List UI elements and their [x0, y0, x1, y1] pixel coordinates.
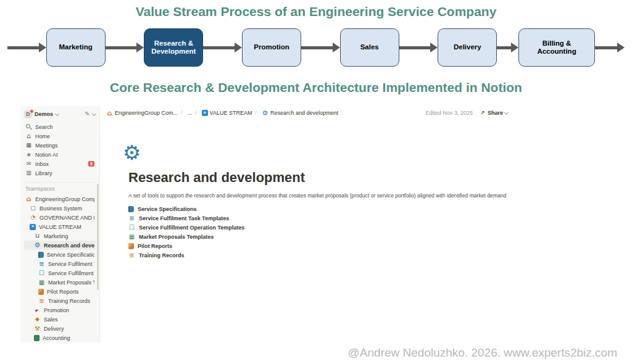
teamspace-item[interactable]: Training Records	[24, 296, 96, 305]
flow-arrow	[301, 46, 333, 49]
gear-icon	[262, 110, 268, 117]
teamspace-item[interactable]: Service Fulfilment Task Te...	[24, 259, 96, 268]
page-gear-icon[interactable]	[128, 149, 135, 156]
checkbox-icon	[128, 224, 135, 231]
sidebar-scrollbar[interactable]	[97, 184, 99, 290]
teamspace-tree: EngineeringGroup Company Business System…	[24, 194, 96, 342]
teamspace-item[interactable]: Business System	[24, 204, 96, 213]
flow-arrow	[7, 46, 39, 49]
flow-box: Promotion	[242, 28, 301, 67]
workspace-name: Demos	[35, 111, 53, 117]
meetings-icon	[25, 142, 32, 149]
flow-box: Marketing	[46, 28, 106, 67]
workspace-switcher[interactable]: D Demos	[24, 109, 96, 119]
teamspace-item[interactable]: Service Specifications	[24, 250, 96, 259]
workspace-avatar: D	[24, 110, 32, 118]
breadcrumb-item[interactable]: EngineeringGroup Com...	[106, 110, 178, 117]
page-links: Service Specifications Service Fulfilmen…	[128, 204, 536, 260]
breadcrumb-item[interactable]: ...	[178, 110, 192, 116]
sidebar-menu-item[interactable]: Meetings	[24, 141, 96, 150]
value-stream-flowchart: Marketing Research & Development Promoti…	[7, 27, 625, 68]
breadcrumb-item[interactable]: Research and development	[252, 110, 338, 117]
notion-main: EngineeringGroup Com... ... VALUE STREAM	[100, 106, 514, 342]
value-stream-icon	[30, 224, 36, 230]
page-icon	[30, 205, 36, 212]
teamspace-item[interactable]: Delivery	[24, 324, 96, 333]
teamspace-item[interactable]: GOVERNANCE AND MANA...	[24, 213, 96, 222]
flow-step: Promotion	[203, 28, 301, 67]
library-icon	[25, 170, 32, 176]
flow-steps: Marketing Research & Development Promoti…	[7, 28, 595, 67]
chevron-down-icon[interactable]	[92, 111, 96, 115]
flow-arrow	[595, 46, 617, 49]
cart-icon	[34, 233, 41, 239]
flow-box: Billing & Accounting	[518, 28, 595, 67]
teamspace-item[interactable]: Service Fulfillment Opera...	[24, 268, 96, 278]
page-link[interactable]: Training Records	[128, 250, 536, 260]
tag-icon	[34, 316, 41, 323]
lines-icon	[128, 252, 135, 259]
teamspaces-section: Teamspaces EngineeringGroup Company Busi…	[24, 182, 96, 342]
notion-topbar: EngineeringGroup Com... ... VALUE STREAM	[100, 106, 514, 120]
page-content: Research and development A set of tools …	[100, 120, 536, 260]
sidebar-menu-item[interactable]: Search	[24, 122, 96, 131]
page-title: Research and development	[128, 170, 536, 186]
page-link[interactable]: Pilot Reports	[128, 241, 536, 250]
edited-timestamp: Edited Nov 3, 2025	[425, 110, 473, 116]
grid-icon	[128, 233, 135, 240]
house-icon	[106, 110, 113, 117]
share-button[interactable]: Share	[479, 110, 508, 117]
search-icon	[25, 123, 32, 130]
page-link[interactable]: Market Proposals Templates	[128, 232, 536, 241]
teamspaces-label: Teamspaces	[25, 186, 94, 192]
sidebar-menu-item[interactable]: Notion AI	[24, 150, 96, 159]
sidebar-menu-item[interactable]: Inbox 9	[24, 159, 96, 168]
compose-icon[interactable]	[84, 111, 91, 118]
report-icon	[128, 243, 134, 249]
grid-icon	[38, 279, 45, 286]
flow-box: Sales	[340, 28, 399, 67]
flow-step: Delivery	[399, 28, 497, 67]
flow-arrow	[399, 46, 431, 49]
teamspace-item[interactable]: Promotion	[24, 305, 96, 315]
teamspace-item[interactable]: EngineeringGroup Company	[24, 194, 96, 204]
page-link[interactable]: Service Specifications	[128, 204, 536, 213]
gear-icon	[34, 242, 41, 249]
house-icon	[25, 196, 32, 202]
sidebar-menu: Search Home Meetings Notion A	[24, 122, 96, 178]
flow-box: Research & Development	[144, 28, 203, 67]
flow-arrow	[203, 46, 235, 49]
teamspace-item[interactable]: VALUE STREAM	[24, 222, 96, 231]
notion-sidebar: D Demos Search Home	[20, 106, 100, 342]
sidebar-menu-item[interactable]: Home	[24, 131, 96, 141]
flow-box: Delivery	[438, 28, 497, 67]
tools-icon	[34, 325, 41, 332]
teamspace-item[interactable]: Research and development	[24, 241, 96, 250]
breadcrumb: EngineeringGroup Com... ... VALUE STREAM	[106, 110, 338, 117]
share-icon	[479, 110, 486, 117]
teamspace-item[interactable]: Market Proposals Templa...	[24, 278, 96, 287]
teamspace-item[interactable]: Accounting	[24, 333, 96, 342]
flow-arrow	[497, 46, 511, 49]
page-link[interactable]: Service Fulfillment Operation Templates	[128, 223, 536, 232]
lines-icon	[38, 297, 45, 304]
book-icon	[128, 206, 134, 212]
page-link[interactable]: Service Fulfilment Task Templates	[128, 213, 536, 223]
megaphone-icon	[34, 307, 41, 313]
report-icon	[38, 289, 44, 295]
notification-badge: 9	[88, 161, 94, 167]
checkbox-icon	[38, 270, 45, 276]
sidebar-menu-item[interactable]: Library	[24, 168, 96, 178]
value-stream-icon	[202, 110, 208, 116]
teamspace-item[interactable]: Marketing	[24, 231, 96, 241]
breadcrumb-item[interactable]: VALUE STREAM	[192, 110, 252, 116]
list-icon	[128, 215, 135, 221]
flow-arrow	[106, 46, 137, 49]
calculator-icon	[34, 335, 40, 341]
chevron-down-icon	[55, 111, 59, 115]
flow-step: Billing & Accounting	[497, 28, 595, 67]
teamspace-item[interactable]: Pilot Reports	[24, 287, 96, 296]
teamspace-item[interactable]: Sales	[24, 315, 96, 324]
flow-step: Marketing	[7, 28, 106, 67]
notion-window: D Demos Search Home	[20, 106, 514, 342]
